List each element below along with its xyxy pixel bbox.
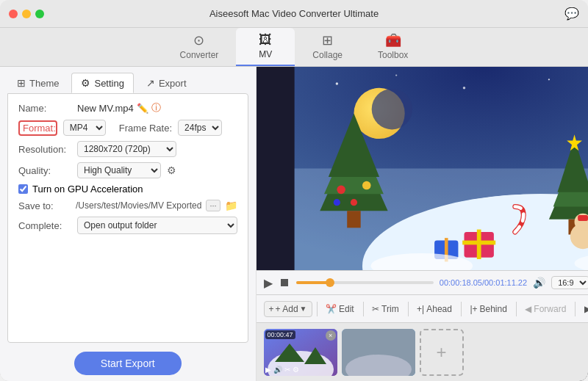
progress-thumb [326,278,334,287]
sub-tabs: ⊞ Theme ⚙ Setting ↗ Export [0,67,256,93]
volume-icon[interactable]: 🔊 [533,277,545,289]
gpu-row: Turn on GPU Acceleration [18,184,237,195]
maximize-button[interactable] [35,10,44,18]
main-nav: ⊙ Converter 🖼 MV ⊞ Collage 🧰 Toolbox [0,28,588,67]
gpu-checkbox[interactable] [18,184,28,194]
frame-rate-label: Frame Rate: [119,123,172,134]
add-clip-button[interactable]: + [420,329,464,376]
svg-point-18 [350,199,356,206]
complete-select[interactable]: Open output folder Do nothing [77,217,237,234]
clip-audio-icon[interactable]: 🔊 [273,366,282,374]
clip-item-1[interactable]: 00:00:47 × ▶ 🔊 ✂ ⚙ [264,329,337,376]
name-row: Name: New MV.mp4 ✏️ ⓘ [18,101,237,115]
tab-collage[interactable]: ⊞ Collage [295,28,360,66]
subtab-setting[interactable]: ⚙ Setting [71,73,133,93]
format-label-box: Format: [18,120,57,136]
behind-button[interactable]: |+ Behind [465,302,512,316]
resolution-row: Resolution: 1280x720 (720p) 1920x1080 (1… [18,141,237,157]
right-panel: ▶ ⏹ 00:00:18.05/00:01:11.22 🔊 16:9 4:3 1… [257,67,588,381]
play-button[interactable]: ▶ [264,276,273,290]
backward-icon: ▶ [584,304,588,314]
backward-button[interactable]: ▶ Backward [580,302,588,316]
toolbox-icon: 🧰 [385,32,401,48]
export-arrow-icon: ↗ [146,77,155,89]
progress-track[interactable] [296,281,434,284]
ahead-icon: +| [417,304,424,314]
folder-icon[interactable]: 📁 [225,200,237,211]
ahead-button[interactable]: +| Ahead [412,302,456,316]
edit-button[interactable]: ✂️ Edit [321,302,359,316]
settings-form: Name: New MV.mp4 ✏️ ⓘ Format: MP4 MOV [7,93,248,343]
clip-close-1[interactable]: × [326,330,336,341]
start-export-container: Start Export [0,343,256,381]
subtab-export[interactable]: ↗ Export [137,73,196,93]
svg-rect-32 [578,215,588,221]
chat-icon[interactable]: 💬 [564,7,579,21]
clip-item-2[interactable] [342,329,415,376]
trim-button[interactable]: ✂ Trim [368,302,404,316]
clip-badge-1: 00:00:47 [265,330,295,339]
christmas-scene-svg [257,67,588,270]
complete-row: Complete: Open output folder Do nothing [18,217,237,234]
trim-label: Trim [381,304,399,314]
clip-adjust-icon[interactable]: ⚙ [293,366,299,374]
collage-icon: ⊞ [322,32,333,48]
tab-collage-label: Collage [312,50,343,60]
ahead-label: Ahead [426,304,452,314]
playback-bar: ▶ ⏹ 00:00:18.05/00:01:11.22 🔊 16:9 4:3 1… [257,270,588,294]
resolution-label: Resolution: [18,144,71,155]
subtab-setting-label: Setting [94,78,123,89]
aspect-select[interactable]: 16:9 4:3 1:1 [551,276,588,289]
tab-toolbox[interactable]: 🧰 Toolbox [360,28,426,66]
minimize-button[interactable] [22,10,31,18]
tab-mv-label: MV [259,49,272,59]
clip-scissors-icon[interactable]: ✂ [284,366,290,374]
tab-converter[interactable]: ⊙ Converter [162,28,237,66]
subtab-theme[interactable]: ⊞ Theme [7,73,68,93]
edit-label: Edit [339,304,354,314]
behind-icon: |+ [470,304,477,314]
mv-icon: 🖼 [259,32,272,48]
tab-mv[interactable]: 🖼 MV [236,28,295,66]
clip-thumbnail-2 [342,329,415,376]
add-label: + Add [276,304,298,314]
time-current: 00:00:18.05 [440,278,482,287]
save-row: Save to: /Users/test/Movies/MV Exported … [18,200,237,211]
info-icon[interactable]: ⓘ [151,101,161,115]
clip-play-icon[interactable]: ▶ [265,366,271,374]
filmstrip: 00:00:47 × ▶ 🔊 ✂ ⚙ [257,322,588,381]
svg-point-17 [362,181,371,190]
format-row: Format: MP4 MOV MKV Frame Rate: 24fps 30… [18,120,237,136]
quality-gear-icon[interactable]: ⚙ [167,164,176,176]
forward-icon: ◀ [525,304,531,314]
format-select[interactable]: MP4 MOV MKV [63,120,106,136]
resolution-select[interactable]: 1280x720 (720p) 1920x1080 (1080p) 3840x2… [77,141,176,157]
add-button[interactable]: + + Add ▼ [264,301,312,317]
svg-rect-15 [347,211,360,228]
time-display: 00:00:18.05/00:01:11.22 [440,278,527,287]
path-dots-button[interactable]: ··· [206,200,220,211]
edit-icon[interactable]: ✏️ [137,103,148,114]
svg-point-16 [337,186,345,195]
save-label: Save to: [18,200,71,211]
behind-label: Behind [480,304,507,314]
close-button[interactable] [9,10,18,18]
complete-label: Complete: [18,220,71,231]
video-preview [257,67,588,270]
converter-icon: ⊙ [193,32,204,48]
name-text: New MV.mp4 [77,103,134,114]
quality-label: Quality: [18,165,71,176]
window-title: Aiseesoft Mac Video Converter Ultimate [209,8,379,19]
forward-label: Forward [534,304,566,314]
frame-rate-select[interactable]: 24fps 30fps 60fps [178,120,222,136]
stop-button[interactable]: ⏹ [279,276,290,289]
titlebar: Aiseesoft Mac Video Converter Ultimate 💬 [0,0,588,28]
svg-point-3 [462,87,465,89]
start-export-button[interactable]: Start Export [74,352,182,375]
traffic-lights [9,10,44,18]
forward-button[interactable]: ◀ Forward [520,302,570,316]
svg-point-8 [371,89,412,129]
left-panel: ⊞ Theme ⚙ Setting ↗ Export Name: [0,67,257,381]
app-window: Aiseesoft Mac Video Converter Ultimate 💬… [0,0,588,381]
quality-select[interactable]: High Quality Medium Quality Low Quality [77,162,161,178]
